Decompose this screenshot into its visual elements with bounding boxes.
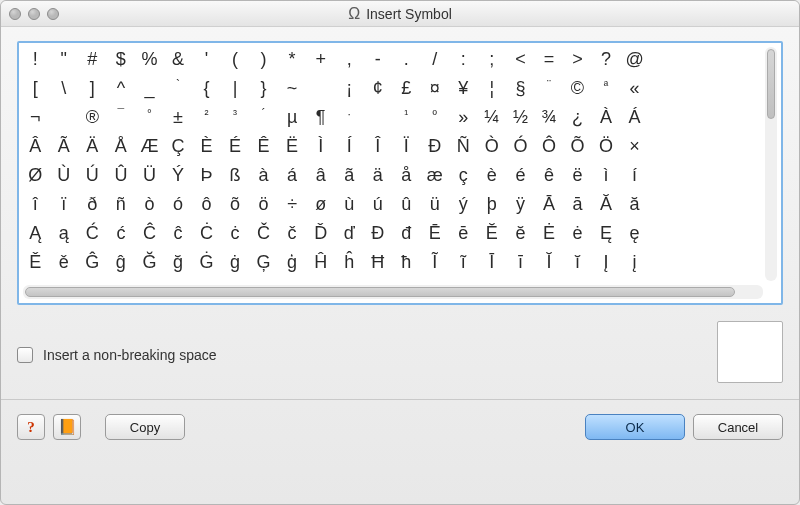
symbol-cell[interactable]: /	[421, 45, 450, 74]
symbol-cell[interactable]: Ï	[392, 132, 421, 161]
symbol-cell[interactable]: «	[620, 74, 649, 103]
symbol-cell[interactable]: û	[392, 190, 421, 219]
symbol-cell[interactable]: }	[249, 74, 278, 103]
symbol-cell[interactable]: ø	[306, 190, 335, 219]
symbol-cell[interactable]: ±	[164, 103, 193, 132]
symbol-cell[interactable]: ġ	[221, 248, 250, 277]
nbsp-checkbox[interactable]	[17, 347, 33, 363]
symbol-cell[interactable]: Ę	[592, 219, 621, 248]
symbol-cell[interactable]: °	[135, 103, 164, 132]
symbol-cell[interactable]: Ø	[21, 161, 50, 190]
symbol-cell[interactable]: Ì	[306, 132, 335, 161]
symbol-cell[interactable]: ä	[363, 161, 392, 190]
symbol-cell[interactable]: Į	[592, 248, 621, 277]
symbol-cell[interactable]: ā	[563, 190, 592, 219]
symbol-cell[interactable]: ģ	[278, 248, 307, 277]
close-window-icon[interactable]	[9, 8, 21, 20]
symbol-cell[interactable]: Ö	[592, 132, 621, 161]
symbol-cell[interactable]: `	[164, 74, 193, 103]
symbol-cell[interactable]: ğ	[164, 248, 193, 277]
symbol-cell[interactable]: .	[392, 45, 421, 74]
symbol-cell[interactable]: ¾	[535, 103, 564, 132]
symbol-cell[interactable]: ¦	[478, 74, 507, 103]
symbol-cell[interactable]: +	[306, 45, 335, 74]
symbol-cell[interactable]: {	[192, 74, 221, 103]
symbol-cell[interactable]: Ó	[506, 132, 535, 161]
symbol-cell[interactable]: ò	[135, 190, 164, 219]
symbol-cell[interactable]	[306, 74, 335, 103]
minimize-window-icon[interactable]	[28, 8, 40, 20]
symbol-cell[interactable]: µ	[278, 103, 307, 132]
symbol-cell[interactable]: ¹	[392, 103, 421, 132]
symbol-cell[interactable]: é	[506, 161, 535, 190]
symbol-cell[interactable]: ]	[78, 74, 107, 103]
symbol-cell[interactable]: ù	[335, 190, 364, 219]
symbol-cell[interactable]: ×	[620, 132, 649, 161]
symbol-cell[interactable]: ď	[335, 219, 364, 248]
symbol-cell[interactable]: *	[278, 45, 307, 74]
symbol-cell[interactable]: ð	[78, 190, 107, 219]
symbol-cell[interactable]: ê	[535, 161, 564, 190]
symbol-cell[interactable]: &	[164, 45, 193, 74]
symbol-cell[interactable]: Ú	[78, 161, 107, 190]
symbol-cell[interactable]: Ě	[21, 248, 50, 277]
symbol-cell[interactable]: Ĭ	[535, 248, 564, 277]
symbol-cell[interactable]: Ä	[78, 132, 107, 161]
symbol-cell[interactable]: ü	[421, 190, 450, 219]
symbol-cell[interactable]: ç	[449, 161, 478, 190]
symbol-cell[interactable]: ĥ	[335, 248, 364, 277]
symbol-cell[interactable]: ~	[278, 74, 307, 103]
symbol-cell[interactable]: ²	[192, 103, 221, 132]
symbol-cell[interactable]: !	[21, 45, 50, 74]
help-button[interactable]: ?	[17, 414, 45, 440]
symbol-cell[interactable]: Ĉ	[135, 219, 164, 248]
symbol-cell[interactable]: ñ	[107, 190, 136, 219]
copy-button[interactable]: Copy	[105, 414, 185, 440]
symbol-cell[interactable]: -	[363, 45, 392, 74]
symbol-cell[interactable]: ą	[50, 219, 79, 248]
vertical-scrollbar[interactable]	[765, 47, 777, 281]
symbol-cell[interactable]: ^	[107, 74, 136, 103]
symbol-cell[interactable]: ÷	[278, 190, 307, 219]
symbol-cell[interactable]: |	[221, 74, 250, 103]
symbol-cell[interactable]: Ć	[78, 219, 107, 248]
symbol-cell[interactable]: <	[506, 45, 535, 74]
symbol-cell[interactable]: ?	[592, 45, 621, 74]
symbol-cell[interactable]: Ċ	[192, 219, 221, 248]
symbol-cell[interactable]: ¨	[535, 74, 564, 103]
symbol-cell[interactable]: æ	[421, 161, 450, 190]
symbol-cell[interactable]: Ģ	[249, 248, 278, 277]
symbol-cell[interactable]: Ã	[50, 132, 79, 161]
symbol-cell[interactable]: _	[135, 74, 164, 103]
symbol-cell[interactable]: Æ	[135, 132, 164, 161]
zoom-window-icon[interactable]	[47, 8, 59, 20]
symbol-cell[interactable]: @	[620, 45, 649, 74]
symbol-cell[interactable]: ª	[592, 74, 621, 103]
symbol-cell[interactable]: Č	[249, 219, 278, 248]
symbol-cell[interactable]: Â	[21, 132, 50, 161]
symbol-cell[interactable]: ċ	[221, 219, 250, 248]
symbol-cell[interactable]: ³	[221, 103, 250, 132]
symbol-cell[interactable]: č	[278, 219, 307, 248]
symbol-cell[interactable]: ¥	[449, 74, 478, 103]
symbol-cell[interactable]: =	[535, 45, 564, 74]
symbol-cell[interactable]: ă	[620, 190, 649, 219]
symbol-cell[interactable]: Ă	[592, 190, 621, 219]
symbol-cell[interactable]: Ħ	[363, 248, 392, 277]
cancel-button[interactable]: Cancel	[693, 414, 783, 440]
symbol-cell[interactable]: ÿ	[506, 190, 535, 219]
symbol-cell[interactable]: ï	[50, 190, 79, 219]
symbol-cell[interactable]: Ī	[478, 248, 507, 277]
symbol-cell[interactable]: â	[306, 161, 335, 190]
symbol-cell[interactable]	[363, 103, 392, 132]
symbol-cell[interactable]: ¯	[107, 103, 136, 132]
symbol-cell[interactable]: Ĝ	[78, 248, 107, 277]
symbol-cell[interactable]: Đ	[363, 219, 392, 248]
horizontal-scroll-thumb[interactable]	[25, 287, 735, 297]
symbol-cell[interactable]: )	[249, 45, 278, 74]
symbol-cell[interactable]: ì	[592, 161, 621, 190]
symbol-cell[interactable]: ė	[563, 219, 592, 248]
symbol-cell[interactable]: ¬	[21, 103, 50, 132]
symbol-cell[interactable]: Ë	[278, 132, 307, 161]
symbol-cell[interactable]: ö	[249, 190, 278, 219]
